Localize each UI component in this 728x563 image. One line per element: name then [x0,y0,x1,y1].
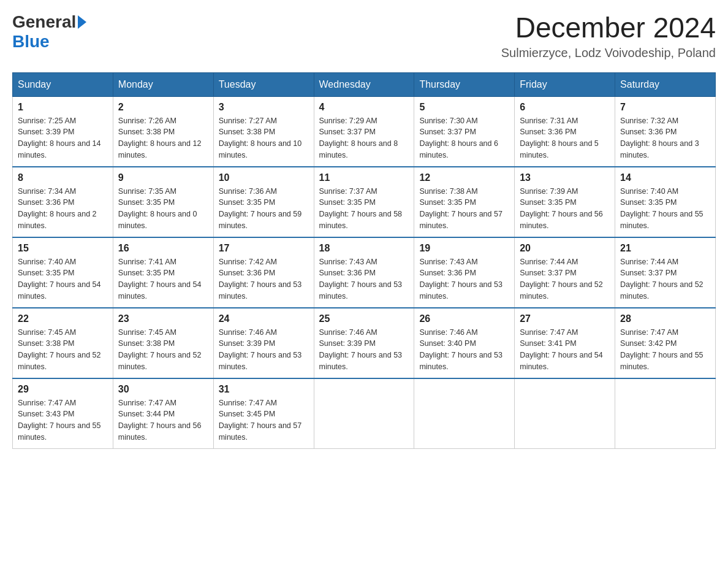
day-number: 1 [18,102,108,113]
calendar-cell: 2Sunrise: 7:26 AMSunset: 3:38 PMDaylight… [113,96,213,167]
calendar-cell: 11Sunrise: 7:37 AMSunset: 3:35 PMDayligh… [314,167,414,237]
day-number: 13 [520,172,610,183]
day-number: 25 [319,313,409,324]
day-number: 24 [219,313,309,324]
day-number: 21 [620,243,710,254]
calendar-cell: 5Sunrise: 7:30 AMSunset: 3:37 PMDaylight… [414,96,515,167]
day-number: 31 [219,384,309,395]
calendar-cell [515,378,615,449]
day-info: Sunrise: 7:46 AMSunset: 3:39 PMDaylight:… [219,327,309,373]
calendar-cell: 19Sunrise: 7:43 AMSunset: 3:36 PMDayligh… [414,237,515,308]
day-number: 3 [219,102,309,113]
day-info: Sunrise: 7:31 AMSunset: 3:36 PMDaylight:… [520,115,610,161]
calendar-cell: 23Sunrise: 7:45 AMSunset: 3:38 PMDayligh… [113,308,213,378]
day-number: 28 [620,313,710,324]
header-saturday: Saturday [615,72,716,96]
logo: General Blue [12,12,86,52]
day-number: 15 [18,243,108,254]
calendar-cell: 6Sunrise: 7:31 AMSunset: 3:36 PMDaylight… [515,96,615,167]
day-info: Sunrise: 7:47 AMSunset: 3:43 PMDaylight:… [18,397,108,443]
day-number: 30 [118,384,208,395]
logo-triangle-icon [78,15,86,29]
calendar-week-2: 8Sunrise: 7:34 AMSunset: 3:36 PMDaylight… [13,167,716,237]
day-info: Sunrise: 7:45 AMSunset: 3:38 PMDaylight:… [18,327,108,373]
day-info: Sunrise: 7:35 AMSunset: 3:35 PMDaylight:… [118,186,208,232]
day-info: Sunrise: 7:47 AMSunset: 3:41 PMDaylight:… [520,327,610,373]
day-number: 23 [118,313,208,324]
calendar-cell: 25Sunrise: 7:46 AMSunset: 3:39 PMDayligh… [314,308,414,378]
header-wednesday: Wednesday [314,72,414,96]
day-number: 4 [319,102,409,113]
page-header: General Blue December 2024 Sulmierzyce, … [12,12,716,60]
day-info: Sunrise: 7:30 AMSunset: 3:37 PMDaylight:… [419,115,509,161]
calendar-cell: 21Sunrise: 7:44 AMSunset: 3:37 PMDayligh… [615,237,716,308]
day-info: Sunrise: 7:46 AMSunset: 3:39 PMDaylight:… [319,327,409,373]
day-info: Sunrise: 7:46 AMSunset: 3:40 PMDaylight:… [419,327,509,373]
calendar-cell [414,378,515,449]
calendar-cell: 18Sunrise: 7:43 AMSunset: 3:36 PMDayligh… [314,237,414,308]
calendar-cell: 17Sunrise: 7:42 AMSunset: 3:36 PMDayligh… [213,237,314,308]
day-number: 26 [419,313,509,324]
day-number: 8 [18,172,108,183]
calendar-cell: 22Sunrise: 7:45 AMSunset: 3:38 PMDayligh… [13,308,113,378]
day-number: 20 [520,243,610,254]
day-number: 5 [419,102,509,113]
day-number: 7 [620,102,710,113]
day-number: 11 [319,172,409,183]
day-number: 16 [118,243,208,254]
calendar-cell: 16Sunrise: 7:41 AMSunset: 3:35 PMDayligh… [113,237,213,308]
calendar-cell: 7Sunrise: 7:32 AMSunset: 3:36 PMDaylight… [615,96,716,167]
calendar-cell: 26Sunrise: 7:46 AMSunset: 3:40 PMDayligh… [414,308,515,378]
calendar-week-5: 29Sunrise: 7:47 AMSunset: 3:43 PMDayligh… [13,378,716,449]
day-number: 9 [118,172,208,183]
calendar-cell: 20Sunrise: 7:44 AMSunset: 3:37 PMDayligh… [515,237,615,308]
day-number: 14 [620,172,710,183]
day-info: Sunrise: 7:29 AMSunset: 3:37 PMDaylight:… [319,115,409,161]
day-number: 2 [118,102,208,113]
calendar-cell: 8Sunrise: 7:34 AMSunset: 3:36 PMDaylight… [13,167,113,237]
day-info: Sunrise: 7:42 AMSunset: 3:36 PMDaylight:… [219,256,309,302]
header-friday: Friday [515,72,615,96]
calendar-cell: 1Sunrise: 7:25 AMSunset: 3:39 PMDaylight… [13,96,113,167]
calendar-week-1: 1Sunrise: 7:25 AMSunset: 3:39 PMDaylight… [13,96,716,167]
day-info: Sunrise: 7:40 AMSunset: 3:35 PMDaylight:… [620,186,710,232]
calendar-cell: 29Sunrise: 7:47 AMSunset: 3:43 PMDayligh… [13,378,113,449]
day-info: Sunrise: 7:43 AMSunset: 3:36 PMDaylight:… [319,256,409,302]
day-info: Sunrise: 7:44 AMSunset: 3:37 PMDaylight:… [620,256,710,302]
day-info: Sunrise: 7:26 AMSunset: 3:38 PMDaylight:… [118,115,208,161]
calendar-cell: 27Sunrise: 7:47 AMSunset: 3:41 PMDayligh… [515,308,615,378]
day-info: Sunrise: 7:41 AMSunset: 3:35 PMDaylight:… [118,256,208,302]
header-monday: Monday [113,72,213,96]
day-info: Sunrise: 7:47 AMSunset: 3:45 PMDaylight:… [219,397,309,443]
calendar-header-row: Sunday Monday Tuesday Wednesday Thursday… [13,72,716,96]
calendar-cell: 12Sunrise: 7:38 AMSunset: 3:35 PMDayligh… [414,167,515,237]
header-sunday: Sunday [13,72,113,96]
calendar-cell: 31Sunrise: 7:47 AMSunset: 3:45 PMDayligh… [213,378,314,449]
day-number: 27 [520,313,610,324]
day-info: Sunrise: 7:25 AMSunset: 3:39 PMDaylight:… [18,115,108,161]
logo-general: General [12,12,76,32]
calendar-cell: 28Sunrise: 7:47 AMSunset: 3:42 PMDayligh… [615,308,716,378]
day-info: Sunrise: 7:37 AMSunset: 3:35 PMDaylight:… [319,186,409,232]
calendar-cell: 14Sunrise: 7:40 AMSunset: 3:35 PMDayligh… [615,167,716,237]
day-number: 12 [419,172,509,183]
calendar-week-3: 15Sunrise: 7:40 AMSunset: 3:35 PMDayligh… [13,237,716,308]
day-info: Sunrise: 7:45 AMSunset: 3:38 PMDaylight:… [118,327,208,373]
day-info: Sunrise: 7:40 AMSunset: 3:35 PMDaylight:… [18,256,108,302]
day-number: 10 [219,172,309,183]
calendar-week-4: 22Sunrise: 7:45 AMSunset: 3:38 PMDayligh… [13,308,716,378]
day-info: Sunrise: 7:39 AMSunset: 3:35 PMDaylight:… [520,186,610,232]
day-info: Sunrise: 7:34 AMSunset: 3:36 PMDaylight:… [18,186,108,232]
logo-blue: Blue [12,32,50,51]
calendar-cell: 13Sunrise: 7:39 AMSunset: 3:35 PMDayligh… [515,167,615,237]
day-number: 6 [520,102,610,113]
title-section: December 2024 Sulmierzyce, Lodz Voivodes… [501,12,716,60]
calendar-cell: 9Sunrise: 7:35 AMSunset: 3:35 PMDaylight… [113,167,213,237]
calendar-cell: 30Sunrise: 7:47 AMSunset: 3:44 PMDayligh… [113,378,213,449]
day-info: Sunrise: 7:47 AMSunset: 3:42 PMDaylight:… [620,327,710,373]
header-tuesday: Tuesday [213,72,314,96]
day-info: Sunrise: 7:38 AMSunset: 3:35 PMDaylight:… [419,186,509,232]
header-thursday: Thursday [414,72,515,96]
day-number: 18 [319,243,409,254]
calendar-cell: 10Sunrise: 7:36 AMSunset: 3:35 PMDayligh… [213,167,314,237]
